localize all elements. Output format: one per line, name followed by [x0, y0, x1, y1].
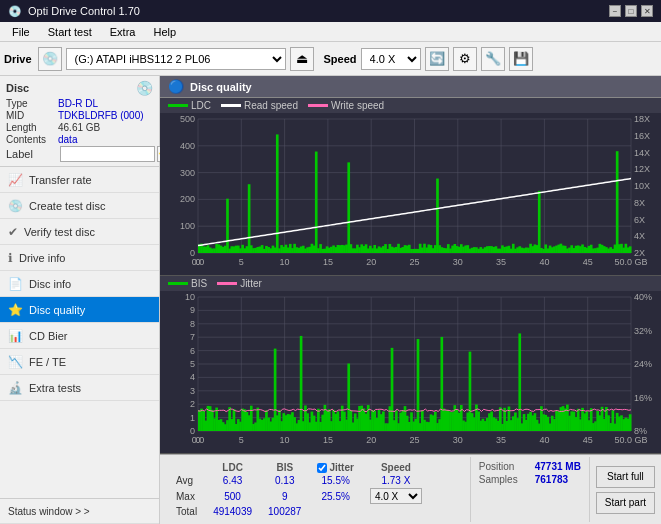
write-speed-legend-label: Write speed: [331, 100, 384, 111]
table-row-total: Total 4914039 100287: [168, 505, 430, 518]
eject-button[interactable]: ⏏: [290, 47, 314, 71]
minimize-button[interactable]: −: [609, 5, 621, 17]
ldc-legend-item: LDC: [168, 100, 211, 111]
max-speed-dropdown[interactable]: 4.0 X: [370, 488, 422, 504]
total-bis: 100287: [260, 505, 309, 518]
disc-length-value: 46.61 GB: [58, 122, 100, 133]
bis-canvas: [160, 291, 661, 451]
disc-label-input[interactable]: [60, 146, 155, 162]
sidebar-item-drive-info[interactable]: ℹ Drive info: [0, 245, 159, 271]
bis-legend-label: BIS: [191, 278, 207, 289]
disc-quality-icon: ⭐: [8, 303, 23, 317]
total-label: Total: [168, 505, 205, 518]
avg-jitter: 15.5%: [309, 474, 361, 487]
disc-type-label: Type: [6, 98, 58, 109]
sidebar-item-cd-bier-label: CD Bier: [29, 330, 68, 342]
disc-mid-row: MID TDKBLDRFB (000): [6, 110, 153, 121]
refresh-button[interactable]: 🔄: [425, 47, 449, 71]
title-bar-controls: − □ ✕: [609, 5, 653, 17]
drive-icon-btn[interactable]: 💿: [38, 47, 62, 71]
menu-help[interactable]: Help: [145, 25, 184, 39]
total-speed: [362, 505, 430, 518]
status-window-btn[interactable]: Status window > >: [0, 498, 159, 524]
settings-button[interactable]: ⚙: [453, 47, 477, 71]
ldc-canvas: [160, 113, 661, 273]
disc-section-icon: 💿: [136, 80, 153, 96]
sidebar-item-cd-bier[interactable]: 📊 CD Bier: [0, 323, 159, 349]
tool-button[interactable]: 🔧: [481, 47, 505, 71]
position-value: 47731 MB: [535, 461, 581, 472]
start-full-button[interactable]: Start full: [596, 466, 655, 488]
sidebar-item-fe-te[interactable]: 📉 FE / TE: [0, 349, 159, 375]
disc-panel: Disc 💿 Type BD-R DL MID TDKBLDRFB (000) …: [0, 76, 159, 167]
jitter-check-label: Jitter: [329, 462, 353, 473]
sidebar-item-verify-test-disc-label: Verify test disc: [24, 226, 95, 238]
app-title: Opti Drive Control 1.70: [28, 5, 140, 17]
menu-start-test[interactable]: Start test: [40, 25, 100, 39]
max-speed-select[interactable]: 4.0 X: [362, 487, 430, 505]
position-label: Position: [479, 461, 531, 472]
sidebar-item-extra-tests-label: Extra tests: [29, 382, 81, 394]
total-ldc: 4914039: [205, 505, 260, 518]
sidebar: Disc 💿 Type BD-R DL MID TDKBLDRFB (000) …: [0, 76, 160, 524]
toolbar: Drive 💿 (G:) ATAPI iHBS112 2 PL06 ⏏ Spee…: [0, 42, 661, 76]
col-header-bis: BIS: [260, 461, 309, 474]
sidebar-item-disc-quality-label: Disc quality: [29, 304, 85, 316]
ldc-legend: LDC Read speed Write speed: [160, 98, 661, 113]
col-header-speed: Speed: [362, 461, 430, 474]
disc-length-row: Length 46.61 GB: [6, 122, 153, 133]
write-speed-legend-item: Write speed: [308, 100, 384, 111]
menu-file[interactable]: File: [4, 25, 38, 39]
disc-section-label: Disc: [6, 82, 29, 94]
sidebar-item-disc-info-label: Disc info: [29, 278, 71, 290]
disc-info-icon: 📄: [8, 277, 23, 291]
menu-bar: File Start test Extra Help: [0, 22, 661, 42]
ldc-chart-wrapper: LDC Read speed Write speed: [160, 98, 661, 276]
bis-legend: BIS Jitter: [160, 276, 661, 291]
sidebar-item-create-test-disc[interactable]: 💿 Create test disc: [0, 193, 159, 219]
col-header-ldc: LDC: [205, 461, 260, 474]
avg-bis: 0.13: [260, 474, 309, 487]
sidebar-item-fe-te-label: FE / TE: [29, 356, 66, 368]
close-button[interactable]: ✕: [641, 5, 653, 17]
title-bar-left: 💿 Opti Drive Control 1.70: [8, 5, 140, 18]
table-row-max: Max 500 9 25.5% 4.0 X: [168, 487, 430, 505]
disc-quality-header: 🔵 Disc quality: [160, 76, 661, 98]
col-header-jitter-check: Jitter: [309, 461, 361, 474]
start-part-button[interactable]: Start part: [596, 492, 655, 514]
create-test-disc-icon: 💿: [8, 199, 23, 213]
max-jitter: 25.5%: [309, 487, 361, 505]
sidebar-item-disc-quality[interactable]: ⭐ Disc quality: [0, 297, 159, 323]
maximize-button[interactable]: □: [625, 5, 637, 17]
jitter-legend-item: Jitter: [217, 278, 262, 289]
total-jitter: [309, 505, 361, 518]
action-buttons: Start full Start part: [589, 457, 661, 522]
sidebar-item-transfer-rate[interactable]: 📈 Transfer rate: [0, 167, 159, 193]
status-window-label: Status window > >: [8, 506, 90, 517]
jitter-checkbox[interactable]: [317, 463, 327, 473]
disc-contents-value: data: [58, 134, 77, 145]
read-speed-legend-label: Read speed: [244, 100, 298, 111]
bis-legend-item: BIS: [168, 278, 207, 289]
dq-icon: 🔵: [168, 79, 184, 94]
disc-contents-row: Contents data: [6, 134, 153, 145]
read-speed-legend-item: Read speed: [221, 100, 298, 111]
save-button[interactable]: 💾: [509, 47, 533, 71]
drive-select[interactable]: (G:) ATAPI iHBS112 2 PL06: [66, 48, 286, 70]
dq-title: Disc quality: [190, 81, 252, 93]
sidebar-item-verify-test-disc[interactable]: ✔ Verify test disc: [0, 219, 159, 245]
speed-select[interactable]: 4.0 X 1.0 X 2.0 X 8.0 X: [361, 48, 421, 70]
title-bar: 💿 Opti Drive Control 1.70 − □ ✕: [0, 0, 661, 22]
verify-test-disc-icon: ✔: [8, 225, 18, 239]
avg-label: Avg: [168, 474, 205, 487]
table-row-avg: Avg 6.43 0.13 15.5% 1.73 X: [168, 474, 430, 487]
disc-mid-label: MID: [6, 110, 58, 121]
avg-speed: 1.73 X: [362, 474, 430, 487]
sidebar-item-extra-tests[interactable]: 🔬 Extra tests: [0, 375, 159, 401]
stats-table-area: LDC BIS Jitter Speed: [160, 457, 470, 522]
position-row: Position 47731 MB: [479, 461, 581, 472]
speed-label: Speed: [324, 53, 357, 65]
menu-extra[interactable]: Extra: [102, 25, 144, 39]
cd-bier-icon: 📊: [8, 329, 23, 343]
sidebar-item-disc-info[interactable]: 📄 Disc info: [0, 271, 159, 297]
